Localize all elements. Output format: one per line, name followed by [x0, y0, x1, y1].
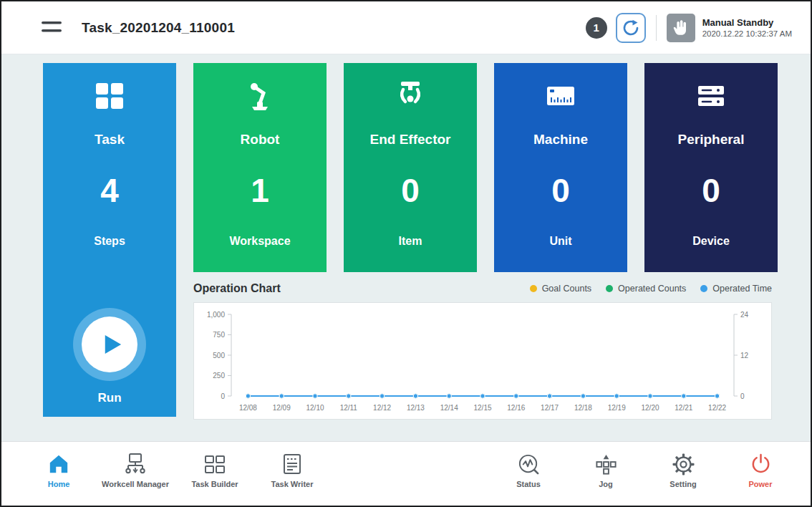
robot-arm-icon: [193, 77, 327, 115]
header-right: 1 Manual Standby 2020.12.22 10:32:37 AM: [586, 13, 792, 43]
legend-label: Goal Counts: [542, 284, 591, 294]
operated-time-dot-icon: [700, 285, 707, 292]
nav-workcell-manager[interactable]: Workcell Manager: [92, 442, 179, 506]
nav-label: Workcell Manager: [102, 480, 169, 488]
rotate-reset-button[interactable]: [616, 13, 646, 43]
svg-text:12/16: 12/16: [507, 404, 525, 412]
svg-text:12/18: 12/18: [574, 404, 592, 412]
app-window: Task_20201204_110001 1 Manual Standby 20…: [0, 0, 812, 507]
gripper-icon: [344, 77, 477, 115]
task-panel-subtitle: Steps: [43, 235, 176, 248]
hand-icon: [672, 19, 690, 37]
svg-text:12/14: 12/14: [440, 404, 458, 412]
svg-text:750: 750: [213, 331, 225, 339]
legend-operated-time: Operated Time: [700, 284, 772, 294]
nav-task-writer[interactable]: Task Writer: [251, 442, 334, 506]
card-robot[interactable]: Robot 1 Workspace: [193, 63, 327, 272]
card-end-effector[interactable]: End Effector 0 Item: [344, 63, 477, 272]
svg-text:12/11: 12/11: [340, 404, 358, 412]
task-builder-icon: [203, 451, 226, 477]
card-subtitle: Device: [644, 235, 778, 248]
card-title: Machine: [494, 132, 627, 148]
task-step-count: 4: [43, 170, 176, 211]
svg-text:0: 0: [221, 392, 225, 400]
nav-setting[interactable]: Setting: [647, 442, 719, 506]
svg-text:250: 250: [213, 372, 225, 380]
legend-label: Operated Counts: [618, 284, 686, 294]
chart-title: Operation Chart: [193, 282, 281, 295]
svg-text:12/08: 12/08: [239, 404, 257, 412]
nav-label: Jog: [599, 480, 613, 488]
svg-text:12/19: 12/19: [608, 404, 626, 412]
jog-icon: [594, 451, 618, 477]
power-icon: [749, 451, 773, 477]
svg-text:12: 12: [740, 352, 749, 359]
chart-legend: Goal Counts Operated Counts Operated Tim…: [530, 284, 772, 294]
card-value: 0: [344, 170, 477, 211]
run-button[interactable]: [73, 308, 146, 381]
nav-label: Status: [516, 480, 541, 488]
svg-text:12/21: 12/21: [675, 404, 692, 412]
nav-label: Task Writer: [271, 480, 314, 488]
manual-mode-icon[interactable]: [667, 14, 695, 42]
workcell-manager-icon: [122, 451, 148, 477]
card-subtitle: Unit: [494, 235, 627, 248]
nav-label: Home: [48, 480, 70, 488]
menu-button[interactable]: [42, 20, 63, 36]
card-title: Robot: [193, 132, 327, 148]
operation-chart-svg: 02505007501,0000122412/0812/0912/1012/11…: [194, 303, 771, 419]
header: Task_20201204_110001 1 Manual Standby 20…: [1, 1, 811, 54]
svg-text:12/10: 12/10: [306, 404, 324, 412]
card-title: End Effector: [344, 132, 477, 148]
robot-mode-label: Manual Standby: [702, 17, 792, 28]
legend-label: Operated Time: [712, 284, 772, 294]
run-button-inner: [82, 317, 137, 372]
nav-home[interactable]: Home: [26, 442, 92, 506]
svg-text:12/15: 12/15: [473, 404, 491, 412]
task-writer-icon: [281, 451, 304, 477]
nav-jog[interactable]: Jog: [570, 442, 642, 506]
task-panel-title: Task: [43, 132, 176, 148]
nav-left-group: Home Workcell Manager: [26, 442, 334, 506]
svg-text:12/20: 12/20: [641, 404, 659, 412]
run-label: Run: [43, 391, 176, 405]
legend-goal-counts: Goal Counts: [530, 284, 591, 294]
svg-text:0: 0: [740, 392, 745, 400]
home-icon: [48, 451, 69, 477]
card-peripheral[interactable]: Peripheral 0 Device: [644, 63, 778, 272]
play-icon: [102, 334, 122, 355]
svg-text:500: 500: [213, 352, 225, 359]
nav-label: Setting: [670, 480, 696, 488]
nav-power[interactable]: Power: [725, 442, 796, 506]
task-panel[interactable]: Task 4 Steps Run: [43, 63, 176, 417]
page-title: Task_20201204_110001: [82, 20, 235, 36]
card-value: 0: [494, 170, 627, 211]
card-value: 0: [644, 170, 778, 211]
card-subtitle: Item: [344, 235, 477, 248]
svg-text:12/17: 12/17: [541, 404, 559, 412]
svg-text:24: 24: [740, 311, 749, 319]
svg-text:1,000: 1,000: [207, 311, 225, 319]
header-divider: [656, 15, 657, 41]
nav-status[interactable]: Status: [493, 442, 564, 506]
nav-task-builder[interactable]: Task Builder: [179, 442, 251, 506]
setting-gear-icon: [672, 451, 695, 477]
mode-status-block: Manual Standby 2020.12.22 10:32:37 AM: [702, 17, 792, 38]
bottom-nav: Home Workcell Manager: [1, 441, 811, 506]
operation-chart: 02505007501,0000122412/0812/0912/1012/11…: [193, 302, 772, 420]
card-subtitle: Workspace: [193, 235, 327, 248]
svg-text:12/22: 12/22: [708, 404, 726, 412]
rotate-icon: [622, 19, 639, 37]
task-icon: [43, 77, 176, 115]
svg-text:12/09: 12/09: [273, 404, 291, 412]
operated-counts-dot-icon: [606, 285, 613, 292]
alert-count-badge[interactable]: 1: [586, 17, 607, 39]
svg-text:12/12: 12/12: [373, 404, 391, 412]
legend-operated-counts: Operated Counts: [606, 284, 686, 294]
card-machine[interactable]: Machine 0 Unit: [494, 63, 627, 272]
status-icon: [517, 451, 541, 477]
hamburger-icon: [42, 20, 63, 36]
card-value: 1: [193, 170, 327, 211]
operation-chart-header: Operation Chart Goal Counts Operated Cou…: [193, 282, 772, 295]
svg-text:12/13: 12/13: [407, 404, 425, 412]
